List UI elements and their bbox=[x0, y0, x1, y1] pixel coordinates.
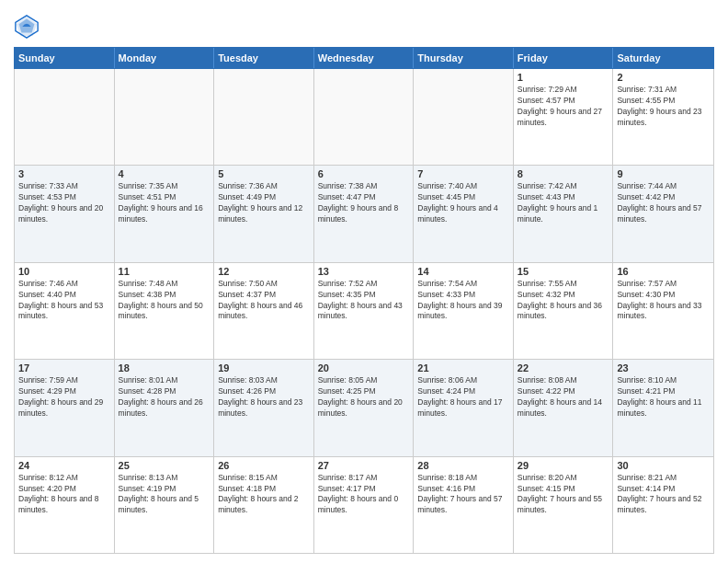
day-number: 17 bbox=[18, 362, 110, 373]
cell-detail: Sunrise: 7:50 AM Sunset: 4:37 PM Dayligh… bbox=[218, 279, 310, 323]
cell-detail: Sunrise: 8:08 AM Sunset: 4:22 PM Dayligh… bbox=[518, 375, 609, 419]
weekday-header-wednesday: Wednesday bbox=[314, 48, 415, 68]
cell-detail: Sunrise: 7:33 AM Sunset: 4:53 PM Dayligh… bbox=[18, 181, 110, 225]
cal-cell-r3-c3: 20Sunrise: 8:05 AM Sunset: 4:25 PM Dayli… bbox=[314, 360, 415, 455]
cell-detail: Sunrise: 7:54 AM Sunset: 4:33 PM Dayligh… bbox=[417, 279, 509, 323]
calendar-row-1: 1Sunrise: 7:29 AM Sunset: 4:57 PM Daylig… bbox=[15, 69, 713, 166]
cell-detail: Sunrise: 8:18 AM Sunset: 4:16 PM Dayligh… bbox=[417, 473, 509, 517]
page: SundayMondayTuesdayWednesdayThursdayFrid… bbox=[0, 0, 728, 563]
day-number: 20 bbox=[318, 362, 410, 373]
day-number: 7 bbox=[417, 168, 509, 179]
cal-cell-r2-c3: 13Sunrise: 7:52 AM Sunset: 4:35 PM Dayli… bbox=[314, 263, 415, 359]
day-number: 18 bbox=[119, 362, 210, 373]
cal-cell-r3-c5: 22Sunrise: 8:08 AM Sunset: 4:22 PM Dayli… bbox=[514, 360, 614, 455]
day-number: 11 bbox=[119, 266, 210, 277]
logo bbox=[14, 14, 43, 40]
cell-detail: Sunrise: 7:55 AM Sunset: 4:32 PM Dayligh… bbox=[518, 279, 609, 323]
cal-cell-r4-c5: 29Sunrise: 8:20 AM Sunset: 4:15 PM Dayli… bbox=[514, 457, 614, 553]
cal-cell-r2-c1: 11Sunrise: 7:48 AM Sunset: 4:38 PM Dayli… bbox=[115, 263, 215, 359]
cell-detail: Sunrise: 8:15 AM Sunset: 4:18 PM Dayligh… bbox=[218, 473, 310, 517]
day-number: 12 bbox=[218, 266, 310, 277]
day-number: 16 bbox=[617, 266, 710, 277]
cell-detail: Sunrise: 8:17 AM Sunset: 4:17 PM Dayligh… bbox=[318, 473, 410, 517]
cal-cell-r1-c3: 6Sunrise: 7:38 AM Sunset: 4:47 PM Daylig… bbox=[314, 166, 415, 261]
cell-detail: Sunrise: 7:44 AM Sunset: 4:42 PM Dayligh… bbox=[617, 181, 710, 225]
cal-cell-r0-c1 bbox=[115, 69, 215, 165]
day-number: 25 bbox=[119, 460, 210, 471]
day-number: 22 bbox=[518, 362, 609, 373]
cell-detail: Sunrise: 8:01 AM Sunset: 4:28 PM Dayligh… bbox=[119, 375, 210, 419]
day-number: 3 bbox=[18, 168, 110, 179]
cal-cell-r2-c6: 16Sunrise: 7:57 AM Sunset: 4:30 PM Dayli… bbox=[613, 263, 713, 359]
cell-detail: Sunrise: 7:31 AM Sunset: 4:55 PM Dayligh… bbox=[617, 85, 710, 129]
calendar-row-2: 3Sunrise: 7:33 AM Sunset: 4:53 PM Daylig… bbox=[15, 166, 713, 262]
day-number: 26 bbox=[218, 460, 310, 471]
weekday-header-tuesday: Tuesday bbox=[214, 48, 314, 68]
cal-cell-r0-c2 bbox=[214, 69, 314, 165]
cal-cell-r4-c0: 24Sunrise: 8:12 AM Sunset: 4:20 PM Dayli… bbox=[15, 457, 115, 553]
cell-detail: Sunrise: 8:06 AM Sunset: 4:24 PM Dayligh… bbox=[417, 375, 509, 419]
cell-detail: Sunrise: 8:10 AM Sunset: 4:21 PM Dayligh… bbox=[617, 375, 710, 419]
day-number: 23 bbox=[617, 362, 710, 373]
day-number: 27 bbox=[318, 460, 410, 471]
cal-cell-r3-c4: 21Sunrise: 8:06 AM Sunset: 4:24 PM Dayli… bbox=[414, 360, 514, 455]
cell-detail: Sunrise: 8:05 AM Sunset: 4:25 PM Dayligh… bbox=[318, 375, 410, 419]
weekday-header-monday: Monday bbox=[115, 48, 215, 68]
weekday-header-friday: Friday bbox=[514, 48, 614, 68]
cal-cell-r3-c0: 17Sunrise: 7:59 AM Sunset: 4:29 PM Dayli… bbox=[15, 360, 115, 455]
cal-cell-r0-c0 bbox=[15, 69, 115, 165]
cal-cell-r3-c2: 19Sunrise: 8:03 AM Sunset: 4:26 PM Dayli… bbox=[214, 360, 314, 455]
day-number: 14 bbox=[417, 266, 509, 277]
calendar-row-4: 17Sunrise: 7:59 AM Sunset: 4:29 PM Dayli… bbox=[15, 360, 713, 456]
day-number: 5 bbox=[218, 168, 310, 179]
cell-detail: Sunrise: 7:57 AM Sunset: 4:30 PM Dayligh… bbox=[617, 279, 710, 323]
weekday-header-sunday: Sunday bbox=[15, 48, 115, 68]
calendar-header: SundayMondayTuesdayWednesdayThursdayFrid… bbox=[14, 47, 714, 69]
cal-cell-r2-c4: 14Sunrise: 7:54 AM Sunset: 4:33 PM Dayli… bbox=[414, 263, 514, 359]
calendar-body: 1Sunrise: 7:29 AM Sunset: 4:57 PM Daylig… bbox=[14, 69, 714, 554]
cell-detail: Sunrise: 8:03 AM Sunset: 4:26 PM Dayligh… bbox=[218, 375, 310, 419]
cal-cell-r4-c6: 30Sunrise: 8:21 AM Sunset: 4:14 PM Dayli… bbox=[613, 457, 713, 553]
day-number: 24 bbox=[18, 460, 110, 471]
cal-cell-r1-c0: 3Sunrise: 7:33 AM Sunset: 4:53 PM Daylig… bbox=[15, 166, 115, 261]
day-number: 9 bbox=[617, 168, 710, 179]
day-number: 21 bbox=[417, 362, 509, 373]
day-number: 30 bbox=[617, 460, 710, 471]
day-number: 28 bbox=[417, 460, 509, 471]
cell-detail: Sunrise: 7:36 AM Sunset: 4:49 PM Dayligh… bbox=[218, 181, 310, 225]
cal-cell-r4-c3: 27Sunrise: 8:17 AM Sunset: 4:17 PM Dayli… bbox=[314, 457, 415, 553]
cell-detail: Sunrise: 7:42 AM Sunset: 4:43 PM Dayligh… bbox=[518, 181, 609, 225]
cell-detail: Sunrise: 7:35 AM Sunset: 4:51 PM Dayligh… bbox=[119, 181, 210, 225]
cal-cell-r1-c6: 9Sunrise: 7:44 AM Sunset: 4:42 PM Daylig… bbox=[613, 166, 713, 261]
cell-detail: Sunrise: 8:13 AM Sunset: 4:19 PM Dayligh… bbox=[119, 473, 210, 517]
cell-detail: Sunrise: 7:48 AM Sunset: 4:38 PM Dayligh… bbox=[119, 279, 210, 323]
cal-cell-r0-c6: 2Sunrise: 7:31 AM Sunset: 4:55 PM Daylig… bbox=[613, 69, 713, 165]
cal-cell-r3-c1: 18Sunrise: 8:01 AM Sunset: 4:28 PM Dayli… bbox=[115, 360, 215, 455]
cell-detail: Sunrise: 7:40 AM Sunset: 4:45 PM Dayligh… bbox=[417, 181, 509, 225]
cal-cell-r4-c1: 25Sunrise: 8:13 AM Sunset: 4:19 PM Dayli… bbox=[115, 457, 215, 553]
logo-icon bbox=[14, 14, 40, 40]
weekday-header-saturday: Saturday bbox=[613, 48, 713, 68]
cell-detail: Sunrise: 7:52 AM Sunset: 4:35 PM Dayligh… bbox=[318, 279, 410, 323]
cal-cell-r1-c5: 8Sunrise: 7:42 AM Sunset: 4:43 PM Daylig… bbox=[514, 166, 614, 261]
cal-cell-r3-c6: 23Sunrise: 8:10 AM Sunset: 4:21 PM Dayli… bbox=[613, 360, 713, 455]
cell-detail: Sunrise: 7:38 AM Sunset: 4:47 PM Dayligh… bbox=[318, 181, 410, 225]
day-number: 2 bbox=[617, 72, 710, 83]
calendar-row-3: 10Sunrise: 7:46 AM Sunset: 4:40 PM Dayli… bbox=[15, 263, 713, 360]
day-number: 8 bbox=[518, 168, 609, 179]
cal-cell-r0-c4 bbox=[414, 69, 514, 165]
cell-detail: Sunrise: 8:21 AM Sunset: 4:14 PM Dayligh… bbox=[617, 473, 710, 517]
cell-detail: Sunrise: 7:46 AM Sunset: 4:40 PM Dayligh… bbox=[18, 279, 110, 323]
day-number: 15 bbox=[518, 266, 609, 277]
cal-cell-r1-c4: 7Sunrise: 7:40 AM Sunset: 4:45 PM Daylig… bbox=[414, 166, 514, 261]
cal-cell-r1-c1: 4Sunrise: 7:35 AM Sunset: 4:51 PM Daylig… bbox=[115, 166, 215, 261]
cal-cell-r0-c5: 1Sunrise: 7:29 AM Sunset: 4:57 PM Daylig… bbox=[514, 69, 614, 165]
cal-cell-r4-c4: 28Sunrise: 8:18 AM Sunset: 4:16 PM Dayli… bbox=[414, 457, 514, 553]
day-number: 29 bbox=[518, 460, 609, 471]
day-number: 19 bbox=[218, 362, 310, 373]
cal-cell-r0-c3 bbox=[314, 69, 415, 165]
day-number: 13 bbox=[318, 266, 410, 277]
day-number: 10 bbox=[18, 266, 110, 277]
day-number: 4 bbox=[119, 168, 210, 179]
calendar-row-5: 24Sunrise: 8:12 AM Sunset: 4:20 PM Dayli… bbox=[15, 457, 713, 553]
